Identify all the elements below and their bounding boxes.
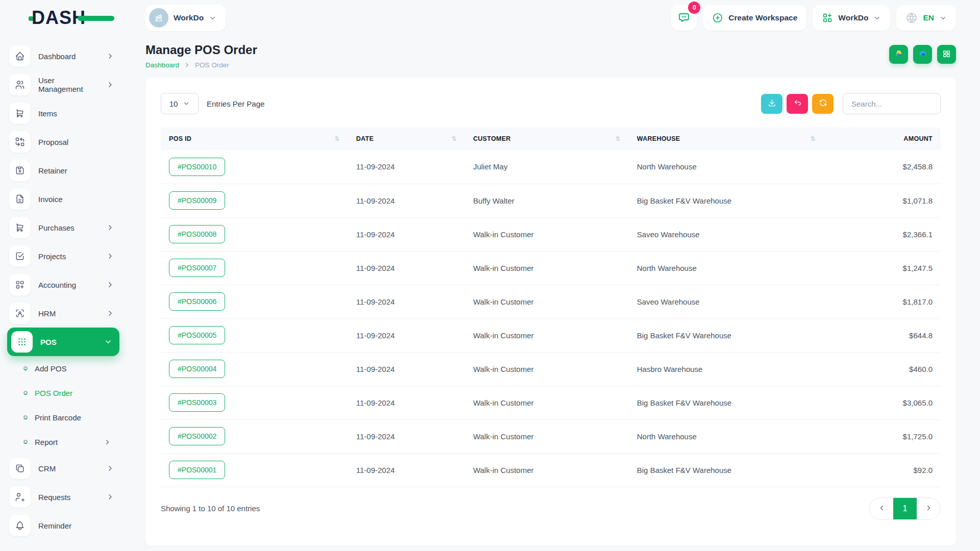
company-menu-button[interactable]: WorkDo: [813, 5, 890, 31]
sidebar-item-purchases[interactable]: Purchases: [0, 213, 138, 242]
language-menu-button[interactable]: EN: [896, 5, 956, 31]
sidebar-item-label: Projects: [38, 252, 66, 261]
onedrive-export-button[interactable]: [913, 45, 932, 64]
chevron-right-icon: [106, 493, 114, 501]
grid-add-icon: [9, 274, 31, 295]
pos-id-badge[interactable]: #POS00005: [169, 326, 225, 344]
column-header-warehouse[interactable]: WAREHOUSE: [629, 128, 824, 150]
topbar: WorkDo 0 Create Workspace: [138, 0, 980, 36]
table-row: #POS00002 11-09-2024 Walk-in Customer No…: [161, 419, 941, 453]
pos-id-badge[interactable]: #POS00010: [169, 158, 225, 176]
sidebar-item-label: POS: [40, 338, 57, 346]
refresh-button[interactable]: [812, 94, 834, 114]
create-workspace-label: Create Workspace: [728, 13, 797, 22]
pos-id-badge[interactable]: #POS00006: [169, 292, 225, 311]
bullet-icon: [23, 440, 28, 444]
sidebar-item-crm[interactable]: CRM: [0, 454, 138, 483]
checkbox-icon: [9, 245, 31, 267]
order-date: 11-09-2024: [348, 352, 465, 386]
reset-button[interactable]: [787, 94, 808, 114]
plus-circle-icon: [712, 12, 723, 23]
chevron-right-icon: [106, 223, 114, 232]
sidebar-item-invoice[interactable]: Invoice: [0, 185, 138, 213]
entries-per-page-select[interactable]: 10: [161, 93, 199, 114]
pos-id-badge[interactable]: #POS00008: [169, 225, 225, 243]
sort-icon[interactable]: [615, 135, 620, 142]
sidebar-subitem-add-pos[interactable]: Add POS: [0, 356, 138, 381]
customer-name: Walk-in Customer: [465, 217, 629, 251]
order-date: 11-09-2024: [348, 184, 465, 217]
create-workspace-button[interactable]: Create Workspace: [703, 5, 806, 31]
app-root: DASH Dashboard User Management: [0, 0, 980, 551]
globe-icon: [905, 12, 918, 24]
sidebar-item-items[interactable]: Items: [0, 99, 138, 128]
customer-name: Walk-in Customer: [465, 352, 629, 386]
warehouse-name: Saveo Warehouse: [629, 217, 824, 251]
table-row: #POS00006 11-09-2024 Walk-in Customer Sa…: [161, 285, 941, 318]
export-button[interactable]: [761, 94, 782, 114]
sidebar-item-reminder[interactable]: Reminder: [0, 511, 138, 540]
chevron-right-icon: [106, 52, 114, 60]
sidebar-item-label: Reminder: [38, 521, 71, 530]
chevron-right-icon: [106, 281, 114, 289]
sidebar-item-requests[interactable]: Requests: [0, 483, 138, 511]
column-header-pos-id[interactable]: POS ID: [161, 128, 348, 150]
page-header: Manage POS Order Dashboard POS Order: [138, 36, 980, 69]
sort-icon[interactable]: [452, 135, 457, 142]
order-amount: $3,065.0: [824, 386, 941, 419]
table-footer: Showing 1 to 10 of 10 entries 1: [161, 497, 941, 520]
order-amount: $2,366.1: [824, 217, 941, 251]
layout-grid-button[interactable]: [937, 45, 956, 64]
pos-order-card: 10 Entries Per Page: [145, 78, 956, 546]
sidebar-subitem-print-barcode[interactable]: Print Barcode: [0, 405, 138, 430]
table-row: #POS00001 11-09-2024 Walk-in Customer Bi…: [161, 453, 941, 487]
google-drive-export-button[interactable]: [889, 45, 908, 64]
sidebar-subitem-report[interactable]: Report: [0, 430, 138, 454]
sidebar-item-hrm[interactable]: HRM: [0, 299, 138, 328]
sidebar-item-dashboard[interactable]: Dashboard: [0, 42, 138, 70]
pos-id-badge[interactable]: #POS00004: [169, 360, 225, 378]
pos-id-badge[interactable]: #POS00009: [169, 191, 225, 210]
column-header-date[interactable]: DATE: [348, 128, 465, 150]
sidebar-item-user-management[interactable]: User Management: [0, 70, 138, 99]
sidebar-item-projects[interactable]: Projects: [0, 242, 138, 270]
sidebar-item-pos[interactable]: POS: [7, 328, 119, 356]
order-date: 11-09-2024: [348, 419, 465, 453]
customer-name: Walk-in Customer: [465, 285, 629, 318]
breadcrumb: Dashboard POS Order: [145, 61, 257, 69]
column-header-amount[interactable]: AMOUNT: [824, 128, 941, 150]
pos-id-badge[interactable]: #POS00007: [169, 259, 225, 277]
pos-id-badge[interactable]: #POS00001: [169, 461, 225, 479]
messages-button[interactable]: 0: [671, 5, 697, 31]
sort-icon[interactable]: [334, 135, 339, 142]
workspace-switcher[interactable]: WorkDo: [145, 5, 226, 31]
pos-id-badge[interactable]: #POS00002: [169, 427, 225, 445]
warehouse-name: North Warehouse: [629, 419, 824, 453]
column-header-customer[interactable]: CUSTOMER: [465, 128, 629, 150]
sidebar-subitem-pos-order[interactable]: POS Order: [0, 381, 138, 405]
sidebar-item-label: HRM: [38, 309, 56, 318]
save-icon: [9, 160, 31, 181]
bell-icon: [9, 515, 31, 536]
copy-icon: [9, 458, 31, 479]
sort-icon[interactable]: [810, 135, 815, 142]
page-number-button[interactable]: 1: [893, 498, 917, 519]
order-amount: $92.0: [824, 453, 941, 487]
sidebar-item-accounting[interactable]: Accounting: [0, 270, 138, 299]
main-area: WorkDo 0 Create Workspace: [138, 0, 980, 551]
dash-logo[interactable]: DASH: [0, 0, 138, 36]
pos-id-badge[interactable]: #POS00003: [169, 393, 225, 412]
next-page-button[interactable]: [917, 498, 940, 519]
breadcrumb-dashboard-link[interactable]: Dashboard: [145, 61, 179, 69]
table-controls: 10 Entries Per Page: [161, 93, 941, 114]
onedrive-icon: [918, 48, 928, 60]
sidebar-item-proposal[interactable]: Proposal: [0, 128, 138, 156]
table-row: #POS00003 11-09-2024 Walk-in Customer Bi…: [161, 386, 941, 419]
customer-name: Juliet May: [465, 150, 629, 184]
sidebar-item-retainer[interactable]: Retainer: [0, 156, 138, 185]
customer-name: Walk-in Customer: [465, 251, 629, 285]
sidebar-item-label: Purchases: [38, 223, 75, 232]
search-input[interactable]: [843, 93, 941, 114]
previous-page-button[interactable]: [870, 498, 893, 519]
apps-icon: [11, 331, 33, 353]
